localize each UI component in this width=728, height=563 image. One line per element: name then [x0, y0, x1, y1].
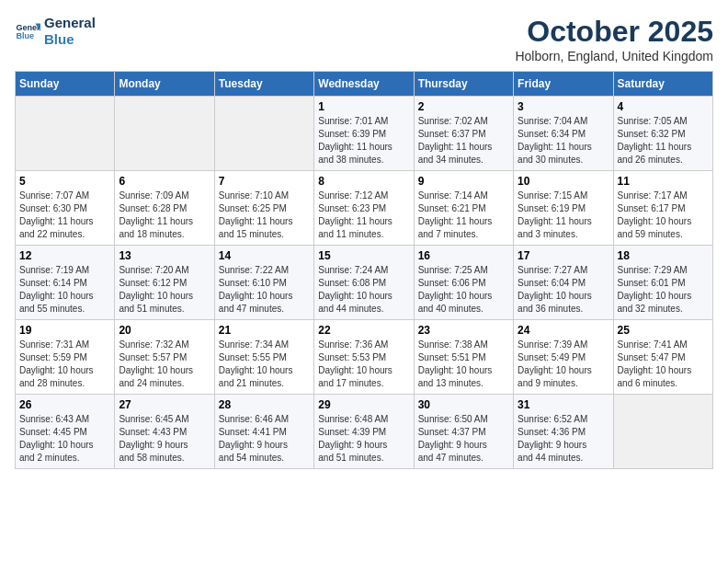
table-row: 5Sunrise: 7:07 AM Sunset: 6:30 PM Daylig… [16, 171, 115, 246]
col-wednesday: Wednesday [314, 72, 414, 97]
table-row: 30Sunrise: 6:50 AM Sunset: 4:37 PM Dayli… [414, 395, 513, 469]
day-number: 7 [219, 175, 310, 188]
table-row: 7Sunrise: 7:10 AM Sunset: 6:25 PM Daylig… [214, 171, 313, 246]
table-row: 20Sunrise: 7:32 AM Sunset: 5:57 PM Dayli… [115, 320, 214, 395]
day-info: Sunrise: 6:48 AM Sunset: 4:39 PM Dayligh… [318, 413, 409, 465]
day-number: 16 [418, 249, 509, 262]
day-number: 9 [418, 175, 509, 188]
day-info: Sunrise: 7:34 AM Sunset: 5:55 PM Dayligh… [219, 339, 310, 390]
title-block: October 2025 Holborn, England, United Ki… [515, 15, 713, 63]
table-row: 1Sunrise: 7:01 AM Sunset: 6:39 PM Daylig… [314, 97, 414, 171]
day-number: 19 [19, 324, 110, 337]
day-number: 13 [119, 249, 210, 262]
day-info: Sunrise: 7:20 AM Sunset: 6:12 PM Dayligh… [119, 264, 210, 316]
calendar-week-5: 26Sunrise: 6:43 AM Sunset: 4:45 PM Dayli… [16, 395, 713, 469]
day-info: Sunrise: 7:27 AM Sunset: 6:04 PM Dayligh… [518, 264, 609, 316]
day-info: Sunrise: 7:36 AM Sunset: 5:53 PM Dayligh… [318, 339, 409, 390]
table-row: 17Sunrise: 7:27 AM Sunset: 6:04 PM Dayli… [514, 246, 613, 320]
table-row [214, 97, 313, 171]
logo: General Blue General Blue [15, 15, 96, 48]
day-info: Sunrise: 7:07 AM Sunset: 6:30 PM Dayligh… [19, 190, 110, 241]
page-header: General Blue General Blue October 2025 H… [15, 15, 713, 63]
col-thursday: Thursday [414, 72, 513, 97]
location-subtitle: Holborn, England, United Kingdom [515, 49, 713, 63]
table-row: 31Sunrise: 6:52 AM Sunset: 4:36 PM Dayli… [514, 395, 613, 469]
table-row: 28Sunrise: 6:46 AM Sunset: 4:41 PM Dayli… [214, 395, 313, 469]
calendar-week-3: 12Sunrise: 7:19 AM Sunset: 6:14 PM Dayli… [16, 246, 713, 320]
day-info: Sunrise: 7:31 AM Sunset: 5:59 PM Dayligh… [19, 339, 110, 390]
day-number: 2 [418, 100, 509, 113]
col-sunday: Sunday [16, 72, 115, 97]
calendar-week-2: 5Sunrise: 7:07 AM Sunset: 6:30 PM Daylig… [16, 171, 713, 246]
day-number: 12 [19, 249, 110, 262]
day-info: Sunrise: 7:41 AM Sunset: 5:47 PM Dayligh… [618, 339, 709, 390]
day-info: Sunrise: 7:14 AM Sunset: 6:21 PM Dayligh… [418, 190, 509, 241]
table-row: 15Sunrise: 7:24 AM Sunset: 6:08 PM Dayli… [314, 246, 414, 320]
col-monday: Monday [115, 72, 214, 97]
day-number: 22 [318, 324, 409, 337]
day-info: Sunrise: 7:24 AM Sunset: 6:08 PM Dayligh… [318, 264, 409, 316]
table-row: 29Sunrise: 6:48 AM Sunset: 4:39 PM Dayli… [314, 395, 414, 469]
logo-icon: General Blue [15, 18, 40, 44]
day-info: Sunrise: 6:52 AM Sunset: 4:36 PM Dayligh… [518, 413, 609, 465]
table-row: 24Sunrise: 7:39 AM Sunset: 5:49 PM Dayli… [514, 320, 613, 395]
table-row: 22Sunrise: 7:36 AM Sunset: 5:53 PM Dayli… [314, 320, 414, 395]
day-info: Sunrise: 7:22 AM Sunset: 6:10 PM Dayligh… [219, 264, 310, 316]
day-info: Sunrise: 6:46 AM Sunset: 4:41 PM Dayligh… [219, 413, 310, 465]
table-row: 8Sunrise: 7:12 AM Sunset: 6:23 PM Daylig… [314, 171, 414, 246]
header-row: Sunday Monday Tuesday Wednesday Thursday… [16, 72, 713, 97]
table-row: 4Sunrise: 7:05 AM Sunset: 6:32 PM Daylig… [613, 97, 712, 171]
day-info: Sunrise: 7:29 AM Sunset: 6:01 PM Dayligh… [618, 264, 709, 316]
day-info: Sunrise: 7:09 AM Sunset: 6:28 PM Dayligh… [119, 190, 210, 241]
day-number: 4 [618, 100, 709, 113]
table-row: 21Sunrise: 7:34 AM Sunset: 5:55 PM Dayli… [214, 320, 313, 395]
table-row [16, 97, 115, 171]
day-number: 8 [318, 175, 409, 188]
calendar-week-4: 19Sunrise: 7:31 AM Sunset: 5:59 PM Dayli… [16, 320, 713, 395]
svg-text:Blue: Blue [16, 31, 34, 40]
day-number: 25 [618, 324, 709, 337]
day-number: 26 [19, 398, 110, 411]
day-info: Sunrise: 6:43 AM Sunset: 4:45 PM Dayligh… [19, 413, 110, 465]
day-info: Sunrise: 7:04 AM Sunset: 6:34 PM Dayligh… [518, 115, 609, 167]
table-row: 10Sunrise: 7:15 AM Sunset: 6:19 PM Dayli… [514, 171, 613, 246]
table-row: 27Sunrise: 6:45 AM Sunset: 4:43 PM Dayli… [115, 395, 214, 469]
day-number: 1 [318, 100, 409, 113]
day-number: 28 [219, 398, 310, 411]
day-number: 23 [418, 324, 509, 337]
table-row [115, 97, 214, 171]
day-info: Sunrise: 7:38 AM Sunset: 5:51 PM Dayligh… [418, 339, 509, 390]
day-number: 29 [318, 398, 409, 411]
table-row: 23Sunrise: 7:38 AM Sunset: 5:51 PM Dayli… [414, 320, 513, 395]
table-row: 9Sunrise: 7:14 AM Sunset: 6:21 PM Daylig… [414, 171, 513, 246]
month-title: October 2025 [515, 15, 713, 49]
day-number: 21 [219, 324, 310, 337]
table-row: 26Sunrise: 6:43 AM Sunset: 4:45 PM Dayli… [16, 395, 115, 469]
day-number: 27 [119, 398, 210, 411]
day-info: Sunrise: 7:15 AM Sunset: 6:19 PM Dayligh… [518, 190, 609, 241]
calendar-table: Sunday Monday Tuesday Wednesday Thursday… [15, 71, 713, 469]
day-number: 24 [518, 324, 609, 337]
table-row: 19Sunrise: 7:31 AM Sunset: 5:59 PM Dayli… [16, 320, 115, 395]
day-number: 3 [518, 100, 609, 113]
calendar-week-1: 1Sunrise: 7:01 AM Sunset: 6:39 PM Daylig… [16, 97, 713, 171]
table-row: 13Sunrise: 7:20 AM Sunset: 6:12 PM Dayli… [115, 246, 214, 320]
col-friday: Friday [514, 72, 613, 97]
day-number: 10 [518, 175, 609, 188]
day-info: Sunrise: 7:25 AM Sunset: 6:06 PM Dayligh… [418, 264, 509, 316]
day-number: 17 [518, 249, 609, 262]
day-info: Sunrise: 7:17 AM Sunset: 6:17 PM Dayligh… [618, 190, 709, 241]
table-row: 6Sunrise: 7:09 AM Sunset: 6:28 PM Daylig… [115, 171, 214, 246]
table-row: 3Sunrise: 7:04 AM Sunset: 6:34 PM Daylig… [514, 97, 613, 171]
day-info: Sunrise: 6:50 AM Sunset: 4:37 PM Dayligh… [418, 413, 509, 465]
day-info: Sunrise: 7:01 AM Sunset: 6:39 PM Dayligh… [318, 115, 409, 167]
table-row: 12Sunrise: 7:19 AM Sunset: 6:14 PM Dayli… [16, 246, 115, 320]
col-saturday: Saturday [613, 72, 712, 97]
table-row: 18Sunrise: 7:29 AM Sunset: 6:01 PM Dayli… [613, 246, 712, 320]
day-info: Sunrise: 7:39 AM Sunset: 5:49 PM Dayligh… [518, 339, 609, 390]
col-tuesday: Tuesday [214, 72, 313, 97]
day-number: 30 [418, 398, 509, 411]
table-row [613, 395, 712, 469]
day-number: 11 [618, 175, 709, 188]
day-info: Sunrise: 7:10 AM Sunset: 6:25 PM Dayligh… [219, 190, 310, 241]
